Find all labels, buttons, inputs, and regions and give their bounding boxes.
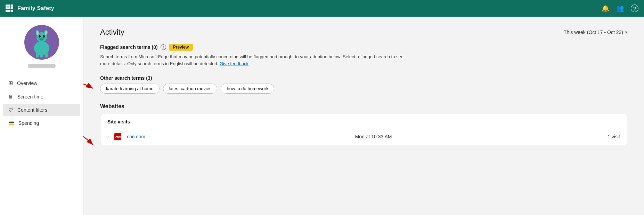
svg-point-8: [43, 35, 45, 38]
table-row: › CNN cnn.com Mon at 10:33 AM 1 visit: [100, 128, 627, 145]
chevron-down-icon: ▾: [625, 30, 627, 35]
svg-text:CNN: CNN: [115, 136, 121, 138]
search-term-2[interactable]: how to do homework: [221, 84, 274, 94]
svg-point-7: [39, 35, 41, 38]
search-term-0[interactable]: karate learning at home: [100, 84, 160, 94]
sidebar-item-spending[interactable]: 💳 Spending: [3, 117, 80, 129]
svg-rect-14: [36, 53, 39, 58]
other-search-title: Other search terms (3): [100, 75, 152, 81]
content-area: Activity This week (Oct 17 - Oct 23) ▾ F…: [83, 17, 644, 215]
people-icon[interactable]: 👥: [616, 5, 624, 12]
svg-point-11: [39, 37, 44, 41]
sidebar-item-content-filters[interactable]: 🛡 Content filters: [3, 104, 80, 116]
cnn-favicon-icon: CNN: [114, 133, 121, 140]
sidebar-item-spending-label: Spending: [18, 120, 39, 126]
sidebar-item-screen-time-label: Screen time: [17, 94, 43, 100]
arrow1-annotation: [83, 79, 97, 96]
preview-badge: Preview: [169, 44, 193, 51]
date-range-selector[interactable]: This week (Oct 17 - Oct 23) ▾: [564, 29, 627, 35]
bell-icon[interactable]: 🔔: [602, 5, 609, 12]
search-term-1[interactable]: latest cartoon movies: [163, 84, 218, 94]
avatar: [24, 25, 59, 60]
screen-time-icon: 🖥: [8, 94, 13, 100]
svg-point-13: [42, 39, 43, 40]
svg-rect-16: [45, 53, 48, 58]
sidebar-item-overview[interactable]: ⊞ Overview: [3, 76, 80, 90]
other-search-label: Other search terms (3): [100, 75, 627, 81]
flagged-search-label: Flagged search terms (0) i Preview: [100, 44, 627, 51]
content-filters-icon: 🛡: [8, 107, 13, 113]
svg-point-12: [40, 39, 41, 40]
site-visit-count: 1 visit: [459, 134, 620, 139]
svg-point-10: [44, 36, 44, 36]
info-icon[interactable]: i: [161, 44, 166, 50]
other-search-section: Other search terms (3) karate learning a…: [100, 75, 627, 94]
site-visits-card: Site visits › CNN cnn.com Mon at 10:33 A…: [100, 114, 627, 145]
arrow2-annotation: [83, 124, 97, 152]
flagged-description: Search terms from Microsoft Edge that ma…: [100, 53, 413, 67]
help-icon[interactable]: ?: [631, 5, 638, 12]
sidebar-item-content-filters-label: Content filters: [17, 107, 47, 113]
sidebar-item-screen-time[interactable]: 🖥 Screen time: [3, 91, 80, 103]
svg-point-9: [40, 36, 40, 36]
search-terms-list: karate learning at home latest cartoon m…: [100, 84, 627, 94]
activity-header: Activity This week (Oct 17 - Oct 23) ▾: [100, 28, 627, 37]
sidebar-nav: ⊞ Overview 🖥 Screen time 🛡 Content filte…: [0, 76, 83, 130]
websites-section: Websites Site visits › CNN cnn.com Mon a…: [100, 103, 627, 145]
site-visits-header: Site visits: [100, 114, 627, 128]
username-placeholder: [28, 64, 56, 68]
site-url[interactable]: cnn.com: [127, 134, 287, 139]
topbar: Family Safety 🔔 👥 ?: [0, 0, 644, 17]
topbar-actions: 🔔 👥 ?: [602, 5, 638, 12]
expand-chevron-icon[interactable]: ›: [107, 134, 109, 139]
activity-title: Activity: [100, 28, 124, 37]
give-feedback-link[interactable]: Give feedback: [220, 61, 248, 66]
app-title: Family Safety: [17, 5, 54, 11]
site-visit-time: Mon at 10:33 AM: [293, 134, 454, 139]
avatar-image: [26, 27, 57, 58]
sidebar-item-overview-label: Overview: [17, 80, 37, 86]
date-range-label: This week (Oct 17 - Oct 23): [564, 29, 623, 35]
sidebar: ⊞ Overview 🖥 Screen time 🛡 Content filte…: [0, 17, 83, 215]
grid-icon[interactable]: [6, 5, 13, 12]
overview-icon: ⊞: [8, 80, 13, 86]
site-favicon: CNN: [114, 133, 121, 140]
flagged-search-title: Flagged search terms (0): [100, 44, 158, 50]
main-layout: ⊞ Overview 🖥 Screen time 🛡 Content filte…: [0, 17, 644, 215]
svg-rect-15: [40, 53, 43, 58]
spending-icon: 💳: [8, 120, 14, 126]
websites-title: Websites: [100, 103, 627, 110]
